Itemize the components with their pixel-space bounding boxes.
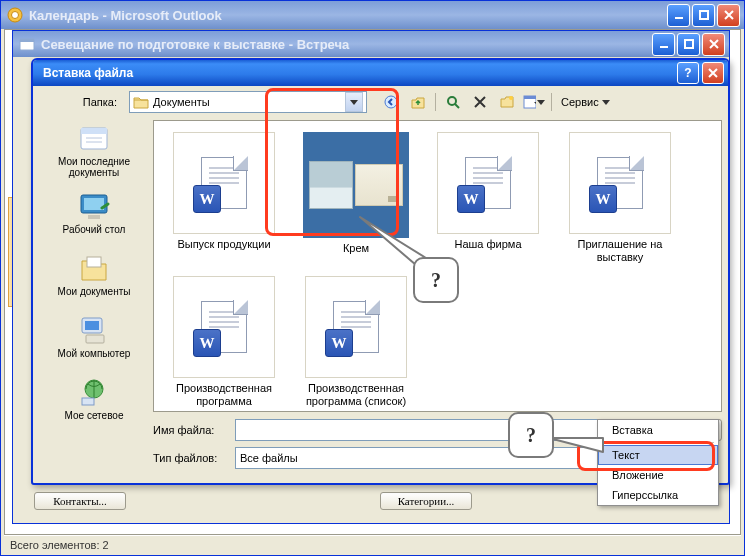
svg-rect-12	[524, 96, 536, 99]
outlook-icon	[7, 7, 23, 23]
mydocs-icon	[78, 252, 110, 284]
dialog-toolbar: Сервис	[379, 90, 614, 114]
word-doc-thumb: W	[173, 132, 275, 234]
file-item[interactable]: WПроизводственная программа (список)	[292, 271, 420, 411]
place-desktop-label: Рабочий стол	[63, 224, 126, 235]
folder-icon	[133, 95, 149, 109]
menu-item[interactable]: Текст	[598, 445, 718, 465]
places-bar: Мои последние документы Рабочий стол Мои…	[39, 120, 149, 477]
back-button[interactable]	[379, 90, 403, 114]
file-name-label: Производственная программа	[161, 382, 287, 407]
computer-icon	[78, 314, 110, 346]
menu-item[interactable]: Вставка	[598, 420, 718, 440]
filename-label: Имя файла:	[153, 424, 229, 436]
file-item[interactable]: WПроизводственная программа	[160, 271, 288, 411]
service-menu[interactable]: Сервис	[557, 91, 614, 113]
meeting-title: Севещание по подготовке к выставке - Вст…	[41, 37, 652, 52]
file-name-label: Приглашение на выставку	[557, 238, 683, 263]
dialog-help-button[interactable]: ?	[677, 62, 699, 84]
svg-rect-20	[85, 321, 99, 330]
svg-rect-3	[700, 11, 708, 19]
delete-button[interactable]	[468, 90, 492, 114]
network-icon	[78, 376, 110, 408]
menu-item[interactable]: Гиперссылка	[598, 485, 718, 505]
svg-rect-5	[20, 39, 34, 42]
place-network[interactable]: Мое сетевое	[44, 368, 144, 428]
place-recent[interactable]: Мои последние документы	[44, 120, 144, 180]
callout-box-1: ?	[413, 257, 459, 303]
outlook-title: Календарь - Microsoft Outlook	[29, 8, 667, 23]
search-button[interactable]	[441, 90, 465, 114]
service-label: Сервис	[561, 96, 599, 108]
outlook-titlebar: Календарь - Microsoft Outlook	[1, 1, 744, 29]
callout-q-2: ?	[526, 424, 536, 447]
insert-dropdown-menu: ВставкаТекстВложениеГиперссылка	[597, 419, 719, 506]
file-name-label: Крем	[340, 242, 372, 255]
svg-rect-18	[87, 257, 101, 267]
outlook-close-button[interactable]	[717, 4, 740, 27]
folder-row: Папка: Документы	[39, 90, 722, 114]
recent-icon	[78, 122, 110, 154]
views-button[interactable]	[522, 90, 546, 114]
meeting-close-button[interactable]	[702, 33, 725, 56]
file-item[interactable]: Крем	[292, 127, 420, 267]
svg-point-10	[509, 96, 513, 100]
file-name-label: Производственная программа (список)	[293, 382, 419, 407]
place-network-label: Мое сетевое	[65, 410, 124, 421]
word-doc-thumb: W	[569, 132, 671, 234]
statusbar-text: Всего элементов: 2	[10, 539, 109, 551]
place-mydocs[interactable]: Мои документы	[44, 244, 144, 304]
categories-button[interactable]: Категории...	[380, 492, 472, 510]
svg-rect-2	[675, 17, 683, 19]
svg-rect-17	[88, 215, 100, 219]
place-mydocs-label: Мои документы	[58, 286, 131, 297]
file-name-label: Выпуск продукции	[174, 238, 273, 251]
callout-q-1: ?	[431, 269, 441, 292]
svg-point-9	[448, 97, 456, 105]
svg-rect-7	[685, 40, 693, 48]
word-doc-thumb: W	[305, 276, 407, 378]
place-desktop[interactable]: Рабочий стол	[44, 182, 144, 242]
up-one-level-button[interactable]	[406, 90, 430, 114]
contacts-button[interactable]: Контакты...	[34, 492, 126, 510]
meeting-minimize-button[interactable]	[652, 33, 675, 56]
image-thumb	[303, 132, 409, 238]
outlook-minimize-button[interactable]	[667, 4, 690, 27]
meeting-maximize-button[interactable]	[677, 33, 700, 56]
place-mycomputer[interactable]: Мой компьютер	[44, 306, 144, 366]
file-name-label: Наша фирма	[451, 238, 524, 251]
statusbar: Всего элементов: 2	[4, 535, 741, 554]
svg-point-1	[12, 12, 19, 19]
word-doc-thumb: W	[437, 132, 539, 234]
dialog-title: Вставка файла	[37, 66, 677, 80]
place-recent-label: Мои последние документы	[44, 156, 144, 178]
folder-combo[interactable]: Документы	[129, 91, 367, 113]
new-folder-button[interactable]	[495, 90, 519, 114]
filetype-label: Тип файлов:	[153, 452, 229, 464]
svg-rect-23	[82, 398, 94, 405]
dialog-close-button[interactable]	[702, 62, 724, 84]
svg-point-8	[385, 96, 397, 108]
place-mycomputer-label: Мой компьютер	[58, 348, 131, 359]
outlook-maximize-button[interactable]	[692, 4, 715, 27]
folder-combo-text: Документы	[153, 96, 345, 108]
desktop-icon	[78, 190, 110, 222]
callout-box-2: ?	[508, 412, 554, 458]
meeting-icon	[19, 36, 35, 52]
dialog-titlebar: Вставка файла ?	[33, 60, 728, 86]
svg-rect-14	[81, 128, 107, 134]
word-doc-thumb: W	[173, 276, 275, 378]
file-item[interactable]: WПриглашение на выставку	[556, 127, 684, 267]
menu-item[interactable]: Вложение	[598, 465, 718, 485]
file-item[interactable]: WНаша фирма	[424, 127, 552, 267]
svg-rect-6	[660, 46, 668, 48]
folder-combo-drop[interactable]	[345, 92, 363, 112]
svg-rect-21	[86, 335, 104, 343]
file-item[interactable]: WВыпуск продукции	[160, 127, 288, 267]
folder-label: Папка:	[39, 96, 123, 108]
meeting-titlebar: Севещание по подготовке к выставке - Вст…	[13, 31, 729, 57]
